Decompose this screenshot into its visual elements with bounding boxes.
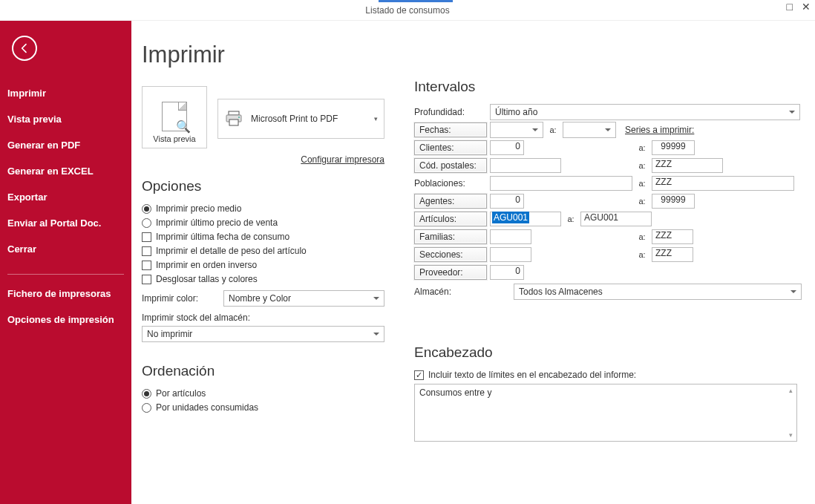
radio-label: Por unidades consumidas bbox=[156, 402, 258, 413]
almacen-label: Almacén: bbox=[414, 284, 511, 299]
almacen-select[interactable]: Todos los Almacenes bbox=[514, 284, 802, 300]
svg-rect-3 bbox=[229, 120, 238, 125]
a-label: a: bbox=[635, 197, 649, 206]
secciones-from-input[interactable] bbox=[490, 247, 531, 262]
radio-precio-medio[interactable]: Imprimir precio medio bbox=[142, 203, 384, 214]
sidebar-item-vista-previa[interactable]: Vista previa bbox=[0, 106, 131, 132]
vista-previa-label: Vista previa bbox=[153, 134, 195, 143]
a-label: a: bbox=[635, 143, 649, 152]
secciones-button[interactable]: Secciones: bbox=[414, 247, 487, 262]
encabezado-text-value: Consumos entre y bbox=[419, 387, 491, 398]
profundidad-label: Profundidad: bbox=[414, 105, 487, 120]
checkbox-icon bbox=[414, 370, 424, 380]
fechas-button[interactable]: Fechas: bbox=[414, 122, 487, 137]
sidebar-item-portal[interactable]: Enviar al Portal Doc. bbox=[0, 210, 131, 236]
check-orden-inverso[interactable]: Imprimir en orden inverso bbox=[142, 260, 384, 270]
check-detalle-peso[interactable]: Imprimir el detalle de peso del artículo bbox=[142, 246, 384, 256]
configurar-impresora-link[interactable]: Configurar impresora bbox=[301, 154, 384, 165]
radio-ultimo-precio[interactable]: Imprimir último precio de venta bbox=[142, 217, 384, 228]
printer-icon bbox=[224, 110, 243, 128]
check-ultima-fecha[interactable]: Imprimir última fecha de consumo bbox=[142, 232, 384, 242]
radio-icon bbox=[142, 204, 151, 214]
cp-from-input[interactable] bbox=[490, 158, 561, 173]
sidebar-item-opciones-impresion[interactable]: Opciones de impresión bbox=[0, 307, 131, 333]
clientes-to-input[interactable]: 99999 bbox=[652, 140, 695, 155]
back-button[interactable] bbox=[12, 36, 37, 61]
imprimir-color-select[interactable]: Nombre y Color bbox=[223, 290, 384, 307]
sidebar-item-fichero-impresoras[interactable]: Fichero de impresoras bbox=[0, 281, 131, 307]
codpostales-button[interactable]: Cód. postales: bbox=[414, 158, 487, 173]
check-label: Desglosar tallas y colores bbox=[156, 274, 258, 284]
check-incluir-texto-limites[interactable]: Incluir texto de límites en el encabezad… bbox=[414, 370, 802, 380]
radio-icon bbox=[142, 403, 151, 413]
check-label: Imprimir última fecha de consumo bbox=[156, 232, 289, 242]
a-label: a: bbox=[635, 232, 649, 241]
radio-icon bbox=[142, 389, 151, 399]
printer-name: Microsoft Print to PDF bbox=[251, 114, 374, 124]
imprimir-stock-select[interactable]: No imprimir bbox=[142, 326, 384, 342]
radio-label: Por artículos bbox=[156, 388, 206, 399]
poblaciones-from-input[interactable] bbox=[490, 176, 632, 191]
check-label: Imprimir el detalle de peso del artículo bbox=[156, 246, 307, 256]
checkbox-icon bbox=[142, 232, 151, 242]
window-title: Listado de consumos bbox=[365, 5, 449, 16]
agentes-button[interactable]: Agentes: bbox=[414, 194, 487, 209]
page-title: Imprimir bbox=[142, 42, 384, 68]
checkbox-icon bbox=[142, 275, 151, 284]
secciones-to-input[interactable]: ZZZ bbox=[652, 247, 693, 262]
proveedor-from-input[interactable]: 0 bbox=[490, 265, 524, 280]
vista-previa-button[interactable]: 🔍 Vista previa bbox=[142, 86, 207, 148]
check-label: Imprimir en orden inverso bbox=[156, 260, 257, 270]
window-maximize-icon[interactable]: □ bbox=[787, 1, 793, 12]
imprimir-color-label: Imprimir color: bbox=[142, 293, 223, 304]
a-label: a: bbox=[564, 215, 577, 223]
encabezado-textarea[interactable]: Consumos entre y ▴ ▾ bbox=[414, 384, 797, 442]
document-preview-icon: 🔍 bbox=[162, 102, 187, 131]
familias-from-input[interactable] bbox=[490, 229, 531, 244]
a-label: a: bbox=[635, 161, 649, 170]
articulos-to-input[interactable]: AGU001 bbox=[580, 212, 652, 226]
sidebar-separator bbox=[7, 274, 124, 275]
poblaciones-to-input[interactable]: ZZZ bbox=[652, 176, 794, 191]
window-close-icon[interactable]: ✕ bbox=[802, 1, 811, 12]
profundidad-select[interactable]: Último año bbox=[490, 104, 800, 120]
sidebar-item-exportar[interactable]: Exportar bbox=[0, 184, 131, 210]
scrollbar[interactable]: ▴ ▾ bbox=[785, 385, 796, 440]
radio-label: Imprimir precio medio bbox=[156, 203, 241, 214]
clientes-button[interactable]: Clientes: bbox=[414, 140, 487, 155]
scroll-down-icon: ▾ bbox=[789, 431, 793, 439]
series-imprimir-link[interactable]: Series a imprimir: bbox=[625, 125, 694, 135]
sidebar-item-pdf[interactable]: Generar en PDF bbox=[0, 132, 131, 158]
agentes-from-input[interactable]: 0 bbox=[490, 194, 524, 209]
fecha-to-select[interactable] bbox=[563, 122, 616, 138]
familias-to-input[interactable]: ZZZ bbox=[652, 229, 693, 244]
imprimir-stock-label: Imprimir stock del almacén: bbox=[142, 312, 384, 323]
check-label: Incluir texto de límites en el encabezad… bbox=[428, 370, 636, 380]
printer-select[interactable]: Microsoft Print to PDF ▾ bbox=[217, 99, 384, 139]
proveedor-button[interactable]: Proveedor: bbox=[414, 265, 487, 280]
articulos-from-input[interactable]: AGU001 bbox=[490, 212, 561, 226]
checkbox-icon bbox=[142, 246, 151, 256]
sidebar-item-imprimir[interactable]: Imprimir bbox=[0, 80, 131, 106]
familias-button[interactable]: Familias: bbox=[414, 229, 487, 244]
chevron-down-icon: ▾ bbox=[374, 115, 378, 122]
radio-label: Imprimir último precio de venta bbox=[156, 217, 278, 228]
sidebar-item-excel[interactable]: Generar en EXCEL bbox=[0, 158, 131, 184]
cp-to-input[interactable]: ZZZ bbox=[652, 158, 723, 173]
opciones-title: Opciones bbox=[142, 178, 384, 194]
radio-por-unidades[interactable]: Por unidades consumidas bbox=[142, 402, 384, 413]
scroll-up-icon: ▴ bbox=[789, 387, 793, 394]
a-label: a: bbox=[546, 125, 560, 134]
checkbox-icon bbox=[142, 261, 151, 270]
clientes-from-input[interactable]: 0 bbox=[490, 140, 524, 155]
radio-por-articulos[interactable]: Por artículos bbox=[142, 388, 384, 399]
a-label: a: bbox=[635, 179, 649, 188]
svg-rect-0 bbox=[229, 111, 239, 115]
articulos-button[interactable]: Artículos: bbox=[414, 212, 487, 226]
arrow-left-icon bbox=[19, 42, 30, 54]
check-desglosar-tallas[interactable]: Desglosar tallas y colores bbox=[142, 274, 384, 284]
sidebar-item-cerrar[interactable]: Cerrar bbox=[0, 236, 131, 262]
fecha-from-select[interactable] bbox=[490, 122, 543, 138]
agentes-to-input[interactable]: 99999 bbox=[652, 194, 695, 209]
ordenacion-title: Ordenación bbox=[142, 363, 384, 379]
